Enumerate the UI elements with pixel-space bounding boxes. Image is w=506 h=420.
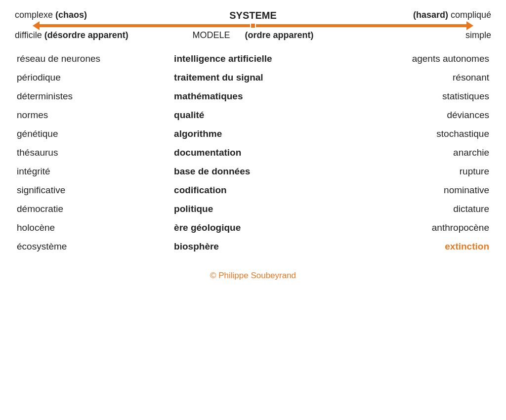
col-left-cell: périodique <box>15 68 172 87</box>
col-right-cell: nominative <box>334 181 491 200</box>
table-row: thésaurusdocumentationanarchie <box>15 143 491 162</box>
col-left-cell: écosystème <box>15 237 172 256</box>
col-right-cell: anarchie <box>334 143 491 162</box>
arrow-right-head <box>466 21 473 30</box>
top-left-bold-text: (chaos) <box>55 10 87 20</box>
subheader-center: MODELE (ordre apparent) <box>172 30 334 41</box>
col-right-cell: déviances <box>334 106 491 125</box>
arrow-row <box>15 24 491 27</box>
col-right-cell: agents autonomes <box>334 49 491 68</box>
arrow-line <box>39 24 467 27</box>
subheader-row: difficile (désordre apparent) MODELE (or… <box>15 30 491 41</box>
header-top-center: SYSTEME <box>172 10 334 21</box>
col-right-cell: extinction <box>334 237 491 256</box>
col-right-cell: anthropocène <box>334 218 491 237</box>
table-row: holocèneère géologiqueanthropocène <box>15 218 491 237</box>
col-left-cell: intégrité <box>15 162 172 181</box>
header-top-row: complexe (chaos) SYSTEME (hasard) compli… <box>15 10 491 21</box>
col-left-cell: génétique <box>15 125 172 143</box>
col-left-cell: thésaurus <box>15 143 172 162</box>
top-center-text: SYSTEME <box>229 10 277 21</box>
table-row: réseau de neuronesintelligence artificie… <box>15 49 491 68</box>
col-center-cell: algorithme <box>172 125 334 143</box>
table-row: intégritébase de donnéesrupture <box>15 162 491 181</box>
col-center-cell: politique <box>172 200 334 218</box>
col-right-cell: rupture <box>334 162 491 181</box>
subheader-right: simple <box>334 30 491 41</box>
col-left-cell: démocratie <box>15 200 172 218</box>
page-container: complexe (chaos) SYSTEME (hasard) compli… <box>15 10 491 281</box>
table-row: périodiquetraitement du signalrésonant <box>15 68 491 87</box>
col-center-cell: documentation <box>172 143 334 162</box>
col-right-cell: résonant <box>334 68 491 87</box>
table-row: significativecodificationnominative <box>15 181 491 200</box>
copyright-text: © Philippe Soubeyrand <box>210 271 296 280</box>
col-right-cell: stochastique <box>334 125 491 143</box>
table-row: génétiquealgorithmestochastique <box>15 125 491 143</box>
content-table: réseau de neuronesintelligence artificie… <box>15 49 491 256</box>
table-row: écosystèmebiosphèreextinction <box>15 237 491 256</box>
col-left-cell: significative <box>15 181 172 200</box>
col-center-cell: traitement du signal <box>172 68 334 87</box>
col-left-cell: réseau de neurones <box>15 49 172 68</box>
top-right-bold-text: (hasard) <box>413 10 448 20</box>
arrow-left-head <box>33 21 40 30</box>
header-top-left: complexe (chaos) <box>15 10 172 20</box>
sub-center-text: MODELE <box>192 30 230 40</box>
col-right-cell: statistiques <box>334 87 491 106</box>
sub-right-plain: simple <box>465 30 491 40</box>
col-left-cell: déterministes <box>15 87 172 106</box>
arrow-center-dot <box>250 23 256 29</box>
sub-right-bold-text: (ordre apparent) <box>245 30 314 40</box>
sub-left-bold: (désordre apparent) <box>44 30 128 40</box>
table-row: démocratiepolitiquedictature <box>15 200 491 218</box>
col-left-cell: normes <box>15 106 172 125</box>
col-center-cell: biosphère <box>172 237 334 256</box>
subheader-left: difficile (désordre apparent) <box>15 30 172 41</box>
col-center-cell: intelligence artificielle <box>172 49 334 68</box>
sub-left-text: difficile <box>15 30 42 40</box>
col-center-cell: qualité <box>172 106 334 125</box>
col-center-cell: mathématiques <box>172 87 334 106</box>
header-top-right: (hasard) compliqué <box>334 10 491 20</box>
footer: © Philippe Soubeyrand <box>15 271 491 281</box>
col-center-cell: ère géologique <box>172 218 334 237</box>
col-center-cell: codification <box>172 181 334 200</box>
top-left-text: complexe <box>15 10 53 20</box>
top-right-plain: compliqué <box>451 10 491 20</box>
col-center-cell: base de données <box>172 162 334 181</box>
table-row: normesqualitédéviances <box>15 106 491 125</box>
col-right-cell: dictature <box>334 200 491 218</box>
table-row: déterministesmathématiquesstatistiques <box>15 87 491 106</box>
col-left-cell: holocène <box>15 218 172 237</box>
